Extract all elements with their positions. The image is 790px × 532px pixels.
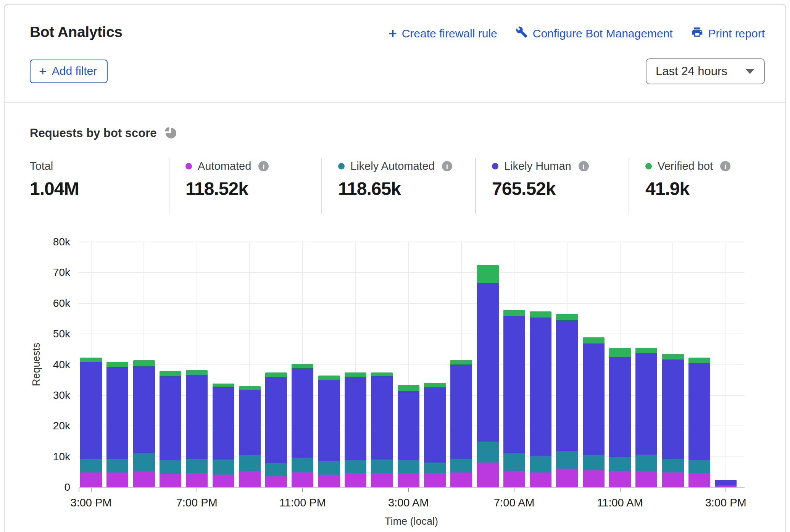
stacked-bar-800pm[interactable] <box>213 384 234 487</box>
print-report-link[interactable]: Print report <box>691 26 765 41</box>
bar-segment-automated <box>80 472 102 487</box>
stacked-bar-100am[interactable] <box>345 372 366 487</box>
stacked-bar-400am[interactable] <box>424 383 446 487</box>
bar-segment-likely-human <box>609 357 631 456</box>
bar-segment-automated <box>371 473 393 487</box>
add-filter-button[interactable]: + Add filter <box>30 60 108 83</box>
stacked-bar-600am[interactable] <box>477 265 499 488</box>
bar-segment-likely-human <box>265 377 287 464</box>
create-firewall-rule-link[interactable]: + Create firewall rule <box>389 27 497 40</box>
bar-segment-likely-human <box>318 380 340 461</box>
stat-verified-bot-label: Verified bot <box>658 160 713 172</box>
bar-segment-likely-automated <box>398 460 419 473</box>
h-gridline <box>79 303 745 304</box>
stacked-bar-500am[interactable] <box>450 360 472 487</box>
bar-segment-likely-automated <box>239 455 261 471</box>
y-tick-label: 30k <box>30 389 70 401</box>
stacked-bar-1100pm[interactable] <box>292 364 313 487</box>
stacked-bar-300am[interactable] <box>398 385 419 487</box>
stacked-bar-300pm[interactable] <box>715 480 737 487</box>
bar-segment-automated <box>292 472 313 487</box>
x-axis-title: Time (local) <box>335 516 488 527</box>
bar-segment-likely-automated <box>80 459 102 472</box>
plot-area <box>79 242 745 487</box>
stacked-bar-900am[interactable] <box>556 314 578 487</box>
x-tick <box>197 488 197 492</box>
bar-segment-likely-human <box>213 387 234 459</box>
bar-segment-verified-bot <box>160 371 181 376</box>
header-actions: + Create firewall rule Configure Bot Man… <box>389 24 765 41</box>
x-tick <box>302 488 303 492</box>
stacked-bar-100pm[interactable] <box>662 354 684 487</box>
requests-by-bot-score-section: Requests by bot score Total 1.04M Automa… <box>5 103 785 532</box>
stacked-bar-600pm[interactable] <box>160 371 181 487</box>
bar-segment-verified-bot <box>688 358 710 363</box>
bar-segment-likely-human <box>635 353 657 455</box>
bar-segment-likely-human <box>715 480 737 485</box>
stat-likely-human-label: Likely Human <box>504 160 571 172</box>
info-icon[interactable]: i <box>579 161 589 171</box>
info-icon[interactable]: i <box>258 161 269 171</box>
bar-segment-likely-human <box>106 367 128 459</box>
bar-segment-automated <box>530 472 551 487</box>
time-range-select[interactable]: Last 24 hours <box>646 58 765 84</box>
info-icon[interactable]: i <box>442 161 452 171</box>
bar-segment-automated <box>265 476 287 487</box>
section-title: Requests by bot score <box>30 126 156 140</box>
bar-segment-likely-human <box>371 376 393 459</box>
stacked-bar-1000am[interactable] <box>583 337 605 487</box>
bar-segment-likely-automated <box>609 457 631 471</box>
stacked-bar-900pm[interactable] <box>239 386 261 487</box>
bar-segment-automated <box>398 473 419 487</box>
bar-segment-verified-bot <box>477 265 499 283</box>
x-tick-label: 3:00 AM <box>363 497 454 509</box>
bar-segment-automated <box>583 470 605 487</box>
stacked-bar-700pm[interactable] <box>186 370 208 487</box>
stat-total: Total 1.04M <box>30 158 169 214</box>
bar-segment-automated <box>239 471 261 487</box>
bar-segment-likely-automated <box>160 460 181 474</box>
stat-automated-label: Automated <box>198 160 251 172</box>
bar-segment-likely-automated <box>133 453 155 471</box>
likely-human-legend-dot <box>492 163 498 169</box>
bar-segment-likely-automated <box>106 459 128 472</box>
stacked-bar-1000pm[interactable] <box>265 372 287 487</box>
pie-chart-icon <box>164 126 178 140</box>
y-tick-label: 60k <box>30 297 70 310</box>
stacked-bar-700am[interactable] <box>503 310 525 487</box>
bar-segment-verified-bot <box>371 372 393 376</box>
stacked-bar-200pm[interactable] <box>688 358 710 487</box>
x-tick <box>726 488 726 492</box>
info-icon[interactable]: i <box>720 161 730 171</box>
stat-total-label: Total <box>30 160 53 172</box>
stacked-bar-500pm[interactable] <box>133 360 155 487</box>
bar-segment-likely-automated <box>477 442 499 462</box>
requests-chart: Requests Time (local) 010k20k30k40k50k60… <box>30 229 765 532</box>
stacked-bar-300pm[interactable] <box>80 358 102 487</box>
bar-segment-likely-automated <box>318 461 340 474</box>
bar-segment-likely-human <box>239 390 261 456</box>
configure-bot-management-link[interactable]: Configure Bot Management <box>516 26 673 41</box>
stacked-bar-400pm[interactable] <box>106 362 128 487</box>
bar-segment-verified-bot <box>345 372 366 377</box>
bar-segment-likely-automated <box>265 463 287 476</box>
bar-segment-verified-bot <box>424 383 446 387</box>
plus-icon: + <box>389 28 397 39</box>
bar-segment-verified-bot <box>556 314 578 320</box>
bar-segment-verified-bot <box>398 385 419 391</box>
stacked-bar-1200am[interactable] <box>318 376 340 487</box>
x-tick-label: 11:00 AM <box>574 497 666 509</box>
stacked-bar-800am[interactable] <box>530 311 551 487</box>
y-tick-label: 50k <box>30 328 70 340</box>
bar-segment-verified-bot <box>133 360 155 366</box>
bar-segment-verified-bot <box>265 372 287 377</box>
stat-verified-bot-value: 41.9k <box>645 178 730 199</box>
bar-segment-likely-human <box>80 362 102 459</box>
stacked-bar-200am[interactable] <box>371 372 393 487</box>
stat-automated: Automated i 118.52k <box>169 158 321 214</box>
stacked-bar-1200pm[interactable] <box>635 348 657 487</box>
stacked-bar-1100am[interactable] <box>609 348 631 487</box>
y-tick-label: 20k <box>30 420 70 432</box>
bar-segment-automated <box>424 473 446 487</box>
bar-segment-likely-automated <box>371 459 393 473</box>
